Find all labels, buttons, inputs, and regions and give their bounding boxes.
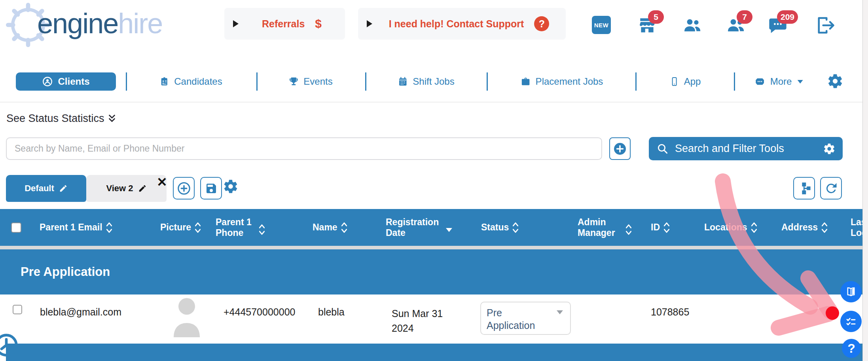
id-badge-icon [159,76,169,87]
status-dropdown[interactable]: Pre Application [480,302,571,335]
view-tab-view2-label: View 2 [106,183,133,194]
cell-locations [704,294,781,344]
edit-pencil-icon[interactable] [59,184,68,193]
row-checkbox[interactable] [13,305,22,314]
see-status-statistics-label: See Status Statistics [6,112,104,125]
messages-button[interactable]: 209 [767,15,789,37]
column-header-address[interactable]: Address [781,222,851,233]
column-header-id[interactable]: ID [651,222,704,233]
sort-icon[interactable] [259,224,265,235]
tab-clients-label: Clients [58,76,89,87]
view-tab-view2[interactable]: View 2 [86,175,167,202]
column-header-name[interactable]: Name [313,222,386,233]
tab-clients[interactable]: Clients [16,72,116,91]
save-floppy-icon [205,182,218,195]
clock-icon[interactable] [0,332,19,359]
tab-shift-jobs[interactable]: Shift Jobs [398,72,454,91]
team-count-badge: 7 [737,10,752,24]
cell-registration-date: Sun Mar 31 2024 [386,294,475,344]
vertical-scrollbar[interactable] [862,0,868,361]
organize-columns-button[interactable] [793,177,815,200]
tab-more[interactable]: More [754,72,803,91]
search-icon [657,143,669,155]
messages-count-badge: 209 [777,10,798,24]
logout-button[interactable] [814,15,836,37]
sort-icon[interactable] [822,222,827,233]
calendar-icon [398,76,408,87]
sort-icon[interactable] [626,224,631,235]
close-view-icon[interactable]: ✕ [157,176,167,188]
status-group-title: Pre Application [21,265,110,279]
see-status-statistics-link[interactable]: See Status Statistics [6,112,116,125]
knowledge-base-button[interactable] [840,281,862,302]
referrals-button[interactable]: Referrals $ [224,8,345,40]
expand-arrow-icon[interactable] [367,20,372,27]
add-client-button[interactable] [609,137,631,160]
column-header-picture[interactable]: Picture [160,222,216,233]
avatar [171,294,202,337]
open-book-icon [845,285,857,298]
help-button[interactable]: ? [842,339,861,358]
more-ellipsis-icon [754,76,766,87]
sort-icon[interactable] [513,222,518,233]
sitemap-icon [798,182,811,195]
sort-icon[interactable] [751,222,757,233]
gear-icon[interactable] [823,142,836,155]
sort-icon[interactable] [195,222,201,233]
refresh-button[interactable] [820,177,842,200]
tasks-checklist-button[interactable] [840,311,862,332]
view-tab-default-label: Default [25,183,54,194]
logo-wordmark: enginehire [37,7,162,40]
search-input[interactable] [6,137,602,160]
people-button[interactable] [681,15,703,37]
sort-icon[interactable] [106,222,112,233]
cell-parent1-phone: +444570000000 [216,294,313,344]
plus-circle-icon [613,142,627,156]
sort-desc-icon[interactable] [446,228,452,232]
clients-page: enginehire Referrals $ I need help! Cont… [0,0,868,361]
trophy-icon [288,76,299,87]
contact-support-button[interactable]: I need help! Contact Support ? [358,8,566,40]
support-label: I need help! Contact Support [389,18,524,30]
views-settings-button[interactable] [223,179,239,196]
column-header-registration-date[interactable]: Registration Date [386,217,475,238]
column-header-status[interactable]: Status [475,222,578,233]
tab-placement-jobs[interactable]: Placement Jobs [521,72,603,91]
help-question-icon: ? [534,16,549,31]
select-all-checkbox[interactable] [11,222,21,233]
search-filter-tools-button[interactable]: Search and Filter Tools [649,137,843,160]
checklist-icon [845,315,857,328]
nav-settings-button[interactable] [827,73,843,91]
column-header-parent1-email[interactable]: Parent 1 Email [34,222,160,233]
expand-arrow-icon[interactable] [233,20,239,27]
column-header-locations[interactable]: Locations [704,222,781,233]
nav-separator [487,72,488,91]
mobile-app-icon [670,76,679,87]
column-header-parent1-phone[interactable]: Parent 1 Phone [216,217,313,238]
question-mark-icon: ? [847,341,855,356]
tab-placement-jobs-label: Placement Jobs [536,76,603,87]
edit-pencil-icon[interactable] [138,184,147,193]
nav-separator [635,72,637,91]
view-tab-default[interactable]: Default [6,175,86,202]
save-view-button[interactable] [200,177,222,200]
logout-icon [815,15,836,36]
tab-more-label: More [770,76,792,87]
nav-separator [256,72,258,91]
team-button[interactable]: 7 [725,15,747,37]
column-header-admin-manager[interactable]: Admin Manager [578,217,651,238]
sort-icon[interactable] [664,222,669,233]
tab-candidates[interactable]: Candidates [159,72,222,91]
clients-icon [42,76,53,87]
chevron-down-icon [557,310,563,314]
store-button[interactable]: 5 [636,15,658,37]
refresh-icon [824,181,838,196]
tab-app[interactable]: App [670,72,701,91]
table-row[interactable]: blebla@gmail.com +444570000000 blebla Su… [0,294,868,344]
add-view-button[interactable] [173,177,195,200]
sort-icon[interactable] [341,222,347,233]
enginehire-logo[interactable]: enginehire [5,0,159,51]
new-feature-button[interactable]: NEW [592,16,611,34]
tab-events[interactable]: Events [288,72,332,91]
briefcase-icon [521,76,531,87]
